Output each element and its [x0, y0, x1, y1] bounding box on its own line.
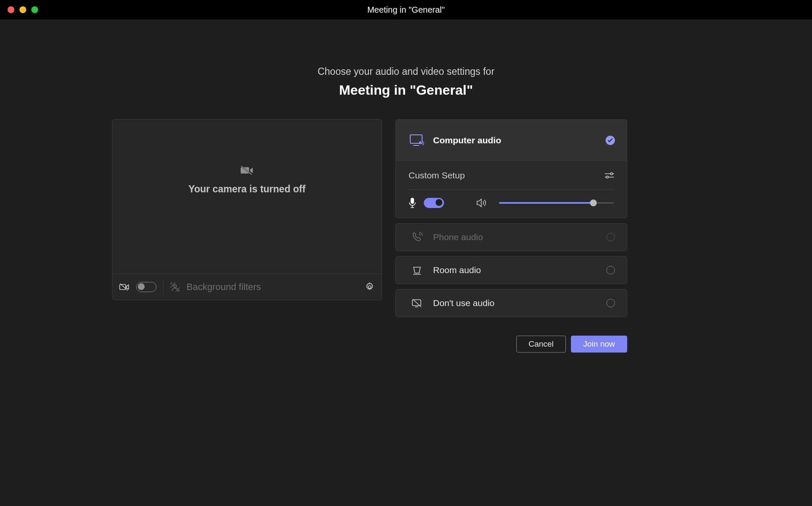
room-audio-card: Room audio — [395, 256, 627, 284]
speaker-icon — [476, 198, 487, 208]
no-audio-icon — [408, 298, 426, 308]
custom-setup-label: Custom Setup — [409, 170, 605, 181]
video-preview-area: Your camera is turned off — [112, 120, 381, 274]
radio-icon[interactable] — [606, 299, 615, 307]
radio-icon — [606, 233, 615, 241]
page-subtitle: Choose your audio and video settings for — [112, 66, 700, 77]
svg-point-13 — [611, 172, 613, 175]
close-window-icon[interactable] — [8, 6, 14, 13]
footer-actions: Cancel Join now — [395, 336, 627, 353]
svg-line-5 — [170, 282, 173, 284]
maximize-window-icon[interactable] — [31, 6, 38, 13]
video-preview-panel: Your camera is turned off — [112, 119, 382, 300]
camera-toggle[interactable] — [136, 282, 156, 292]
room-audio-label: Room audio — [433, 265, 606, 275]
microphone-icon — [409, 197, 416, 208]
computer-audio-settings: Custom Setup — [396, 161, 627, 218]
titlebar: Meeting in "General" — [0, 0, 812, 19]
no-audio-option[interactable]: Don't use audio — [396, 290, 627, 317]
checkmark-icon — [606, 136, 615, 145]
svg-point-15 — [606, 176, 609, 178]
cancel-button[interactable]: Cancel — [516, 336, 566, 353]
camera-off-icon — [241, 165, 253, 176]
camera-icon — [119, 283, 129, 291]
mic-volume-row — [409, 197, 614, 208]
svg-rect-2 — [120, 284, 126, 290]
audio-options-panel: Computer audio Custom Setup — [395, 119, 627, 353]
computer-audio-card: Computer audio Custom Setup — [395, 119, 627, 218]
video-controls-bar: Background filters — [112, 274, 381, 300]
mic-toggle[interactable] — [424, 198, 444, 208]
room-audio-option[interactable]: Room audio — [396, 257, 627, 284]
computer-audio-option[interactable]: Computer audio — [396, 120, 627, 161]
room-icon — [408, 265, 426, 276]
phone-audio-card: Phone audio — [395, 223, 627, 251]
separator — [163, 280, 164, 294]
volume-slider[interactable] — [499, 202, 614, 204]
svg-rect-16 — [411, 198, 414, 204]
svg-point-9 — [368, 286, 371, 288]
gear-icon[interactable] — [365, 282, 375, 292]
window-title: Meeting in "General" — [367, 5, 444, 15]
join-now-button[interactable]: Join now — [571, 336, 627, 353]
background-effects-icon — [170, 282, 180, 292]
camera-off-text: Your camera is turned off — [189, 183, 306, 195]
phone-audio-option: Phone audio — [396, 224, 627, 251]
settings-sliders-icon — [605, 172, 614, 179]
phone-icon — [408, 231, 426, 243]
no-audio-label: Don't use audio — [433, 298, 606, 308]
svg-point-4 — [174, 284, 176, 287]
page-title: Meeting in "General" — [112, 82, 700, 98]
no-audio-card: Don't use audio — [395, 289, 627, 317]
computer-audio-label: Computer audio — [433, 135, 606, 145]
minimize-window-icon[interactable] — [19, 6, 26, 13]
computer-audio-icon — [408, 133, 426, 148]
phone-audio-label: Phone audio — [433, 232, 606, 242]
background-filters-button[interactable]: Background filters — [187, 282, 261, 293]
radio-icon[interactable] — [606, 266, 615, 274]
page-header: Choose your audio and video settings for… — [112, 66, 700, 98]
custom-setup-button[interactable]: Custom Setup — [409, 161, 614, 190]
window-controls[interactable] — [0, 6, 38, 13]
